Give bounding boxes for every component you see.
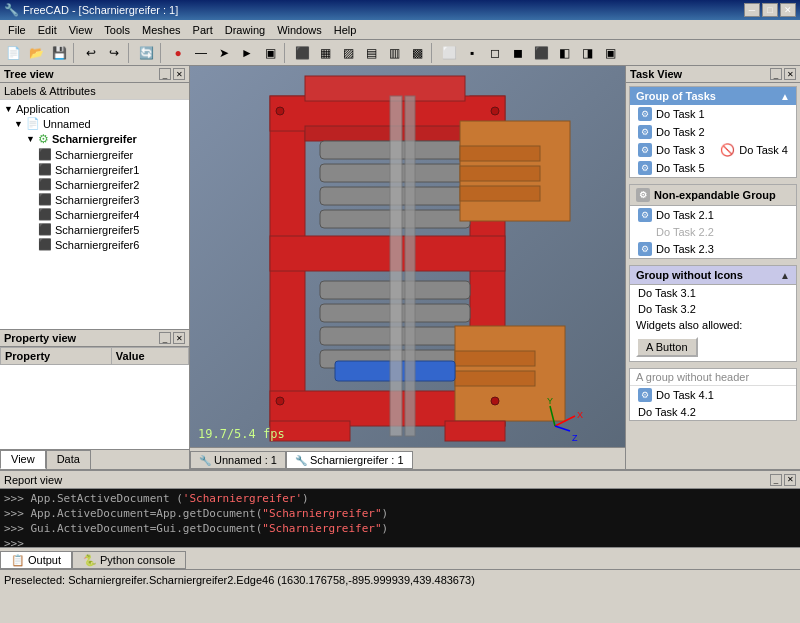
svg-rect-25	[445, 421, 505, 441]
tb-b5[interactable]: ▤	[360, 42, 382, 64]
tb-cursor[interactable]: ●	[167, 42, 189, 64]
tree-item-application[interactable]: ▼ Application	[2, 102, 187, 116]
sg6-icon: ⬛	[38, 238, 52, 251]
expand-icon[interactable]: ▼	[4, 104, 13, 114]
output-icon: 📋	[11, 554, 25, 567]
tb-arrow[interactable]: ➤	[213, 42, 235, 64]
task-item-3-1[interactable]: Do Task 3.1	[630, 285, 796, 301]
prop-view-close[interactable]: ✕	[173, 332, 185, 344]
maximize-button[interactable]: □	[762, 3, 778, 17]
menu-part[interactable]: Part	[187, 22, 219, 38]
tb-undo[interactable]: ↩	[80, 42, 102, 64]
task-1-3-red-icon: 🚫	[720, 143, 735, 157]
tb-open[interactable]: 📂	[25, 42, 47, 64]
tree-item-sg6[interactable]: ⬛ Scharniergreifer6	[2, 237, 187, 252]
svg-rect-26	[390, 96, 402, 436]
tb-b7[interactable]: ▩	[406, 42, 428, 64]
tree-view-close[interactable]: ✕	[173, 68, 185, 80]
task-item-1-3[interactable]: ⚙ Do Task 3 🚫 Do Task 4	[630, 141, 796, 159]
tb-3d4[interactable]: ◼	[507, 42, 529, 64]
tree-item-sg2[interactable]: ⬛ Scharniergreifer2	[2, 177, 187, 192]
svg-rect-19	[460, 186, 540, 201]
menu-view[interactable]: View	[63, 22, 99, 38]
toolbar-separator-5	[431, 43, 435, 63]
task-group-1-collapse[interactable]: ▲	[780, 91, 790, 102]
sg0-label: Scharniergreifer	[55, 149, 133, 161]
tb-arrow2[interactable]: ►	[236, 42, 258, 64]
tb-3d3[interactable]: ◻	[484, 42, 506, 64]
tab-data[interactable]: Data	[46, 450, 91, 469]
property-view-header: Property view _ ✕	[0, 330, 189, 347]
tb-refresh[interactable]: 🔄	[135, 42, 157, 64]
sg-expand-icon[interactable]: ▼	[26, 134, 35, 144]
tb-b3[interactable]: ▦	[314, 42, 336, 64]
center-viewport[interactable]: X Y Z 19.7/5.4 fps 🔧 Unnamed : 1 🔧 Schar…	[190, 66, 625, 469]
svg-rect-6	[305, 76, 465, 101]
task-panel-close[interactable]: ✕	[784, 68, 796, 80]
tb-new[interactable]: 📄	[2, 42, 24, 64]
task-panel-minimize[interactable]: _	[770, 68, 782, 80]
tb-b4[interactable]: ▨	[337, 42, 359, 64]
svg-rect-5	[270, 236, 505, 271]
tree-item-scharniergreifer[interactable]: ▼ ⚙ Scharniergreifer	[2, 131, 187, 147]
sg2-icon: ⬛	[38, 178, 52, 191]
task-item-3-2[interactable]: Do Task 3.2	[630, 301, 796, 317]
tb-3d1[interactable]: ⬜	[438, 42, 460, 64]
prop-view-minimize[interactable]: _	[159, 332, 171, 344]
title-bar: 🔧 FreeCAD - [Scharniergreifer : 1] ─ □ ✕	[0, 0, 800, 20]
sg1-icon: ⬛	[38, 163, 52, 176]
a-button[interactable]: A Button	[636, 337, 698, 357]
tree-view-content[interactable]: ▼ Application ▼ 📄 Unnamed ▼ ⚙ Scharnierg…	[0, 100, 189, 329]
tb-3d5[interactable]: ⬛	[530, 42, 552, 64]
task-item-4-2[interactable]: Do Task 4.2	[630, 404, 796, 420]
menu-drawing[interactable]: Drawing	[219, 22, 271, 38]
menu-edit[interactable]: Edit	[32, 22, 63, 38]
report-tab-python[interactable]: 🐍 Python console	[72, 551, 186, 569]
menu-windows[interactable]: Windows	[271, 22, 328, 38]
unnamed-doc-icon: 📄	[26, 117, 40, 130]
tree-view-minimize[interactable]: _	[159, 68, 171, 80]
tree-item-sg4[interactable]: ⬛ Scharniergreifer4	[2, 207, 187, 222]
tb-3d2[interactable]: ▪	[461, 42, 483, 64]
tb-redo[interactable]: ↪	[103, 42, 125, 64]
tb-line[interactable]: —	[190, 42, 212, 64]
task-item-4-1[interactable]: ⚙ Do Task 4.1	[630, 386, 796, 404]
tab-view[interactable]: View	[0, 450, 46, 469]
menu-file[interactable]: File	[2, 22, 32, 38]
tree-item-sg5[interactable]: ⬛ Scharniergreifer5	[2, 222, 187, 237]
tb-save[interactable]: 💾	[48, 42, 70, 64]
vtab-unnamed[interactable]: 🔧 Unnamed : 1	[190, 451, 286, 469]
task-item-2-1[interactable]: ⚙ Do Task 2.1	[630, 206, 796, 224]
report-line-0: >>> App.SetActiveDocument ('Scharniergre…	[4, 491, 796, 506]
task-item-1-2[interactable]: ⚙ Do Task 2	[630, 123, 796, 141]
tb-3d7[interactable]: ◨	[576, 42, 598, 64]
task-item-1-5[interactable]: ⚙ Do Task 5	[630, 159, 796, 177]
unnamed-expand-icon[interactable]: ▼	[14, 119, 23, 129]
tree-item-sg0[interactable]: ⬛ Scharniergreifer	[2, 147, 187, 162]
tree-item-unnamed[interactable]: ▼ 📄 Unnamed	[2, 116, 187, 131]
svg-point-29	[491, 107, 499, 115]
report-minimize[interactable]: _	[770, 474, 782, 486]
tb-3d8[interactable]: ▣	[599, 42, 621, 64]
tb-b6[interactable]: ▥	[383, 42, 405, 64]
task-item-2-2: Do Task 2.2	[630, 224, 796, 240]
report-tab-output[interactable]: 📋 Output	[0, 551, 72, 569]
task-group-3-collapse[interactable]: ▲	[780, 270, 790, 281]
task-item-1-1[interactable]: ⚙ Do Task 1	[630, 105, 796, 123]
tb-b2[interactable]: ⬛	[291, 42, 313, 64]
minimize-button[interactable]: ─	[744, 3, 760, 17]
tb-b1[interactable]: ▣	[259, 42, 281, 64]
menu-help[interactable]: Help	[328, 22, 363, 38]
left-panel: Tree view _ ✕ Labels & Attributes ▼ Appl…	[0, 66, 190, 469]
3d-model-svg: X Y Z	[190, 66, 625, 469]
task-item-2-3[interactable]: ⚙ Do Task 2.3	[630, 240, 796, 258]
toolbar-separator-4	[284, 43, 288, 63]
menu-meshes[interactable]: Meshes	[136, 22, 187, 38]
tb-3d6[interactable]: ◧	[553, 42, 575, 64]
close-button[interactable]: ✕	[780, 3, 796, 17]
menu-tools[interactable]: Tools	[98, 22, 136, 38]
tree-item-sg1[interactable]: ⬛ Scharniergreifer1	[2, 162, 187, 177]
tree-item-sg3[interactable]: ⬛ Scharniergreifer3	[2, 192, 187, 207]
report-close[interactable]: ✕	[784, 474, 796, 486]
vtab-scharniergreifer[interactable]: 🔧 Scharniergreifer : 1	[286, 451, 413, 469]
